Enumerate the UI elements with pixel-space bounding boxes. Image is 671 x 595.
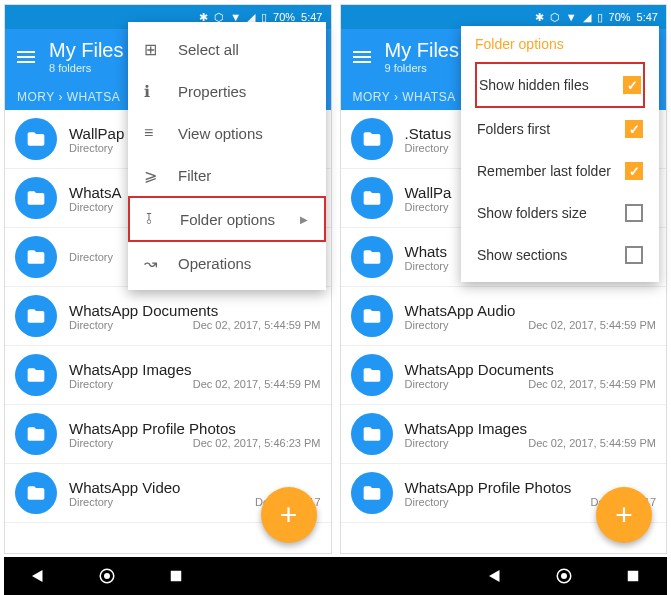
page-subtitle: 8 folders <box>49 62 123 74</box>
back-icon[interactable] <box>29 567 47 585</box>
checkbox-icon[interactable] <box>625 162 643 180</box>
clock-text: 5:47 <box>637 11 658 23</box>
menu-item-label: Select all <box>178 41 239 58</box>
page-title: My Files <box>385 39 459 62</box>
item-type: Directory <box>405 260 449 272</box>
android-navbar <box>4 557 667 595</box>
option-label: Show hidden files <box>479 77 589 93</box>
item-name: WhatsApp Images <box>405 420 657 437</box>
menu-item-label: Folder options <box>180 211 275 228</box>
menu-item-icon: ↝ <box>144 254 162 272</box>
menu-item-icon: ℹ <box>144 82 162 100</box>
recents-icon[interactable] <box>167 567 185 585</box>
item-type: Directory <box>405 378 449 390</box>
menu-item-label: View options <box>178 125 263 142</box>
checkbox-icon[interactable] <box>625 246 643 264</box>
folder-icon <box>15 118 57 160</box>
menu-item-label: Filter <box>178 167 211 184</box>
item-date: Dec 02, 2017, 5:44:59 PM <box>193 319 321 331</box>
folder-icon <box>351 236 393 278</box>
item-type: Directory <box>69 319 113 331</box>
page-subtitle: 9 folders <box>385 62 459 74</box>
menu-item-view-options[interactable]: ≡View options <box>128 112 326 154</box>
page-title: My Files <box>49 39 123 62</box>
item-type: Directory <box>405 319 449 331</box>
fab-add-button[interactable]: + <box>261 487 317 543</box>
option-show-folders-size[interactable]: Show folders size <box>475 192 645 234</box>
folder-options-popup: Folder options Show hidden filesFolders … <box>461 26 659 282</box>
fab-add-button[interactable]: + <box>596 487 652 543</box>
item-name: WhatsApp Documents <box>69 302 321 319</box>
item-type: Directory <box>405 437 449 449</box>
checkbox-icon[interactable] <box>625 120 643 138</box>
menu-item-operations[interactable]: ↝Operations <box>128 242 326 284</box>
item-date: Dec 02, 2017, 5:44:59 PM <box>528 319 656 331</box>
menu-item-icon: ≡ <box>144 124 162 142</box>
item-type: Directory <box>69 496 113 508</box>
menu-icon[interactable] <box>353 51 371 63</box>
option-label: Remember last folder <box>477 163 611 179</box>
folder-icon <box>351 177 393 219</box>
folder-icon <box>351 413 393 455</box>
item-name: WhatsApp Audio <box>405 302 657 319</box>
item-date: Dec 02, 2017, 5:46:23 PM <box>193 437 321 449</box>
menu-item-filter[interactable]: ⩾Filter <box>128 154 326 196</box>
checkbox-icon[interactable] <box>623 76 641 94</box>
menu-item-properties[interactable]: ℹProperties <box>128 70 326 112</box>
folder-icon <box>351 118 393 160</box>
svg-rect-5 <box>627 571 638 582</box>
menu-item-icon: ⩾ <box>144 166 162 184</box>
battery-text: 70% <box>609 11 631 23</box>
option-label: Show folders size <box>477 205 587 221</box>
option-folders-first[interactable]: Folders first <box>475 108 645 150</box>
option-show-hidden-files[interactable]: Show hidden files <box>475 62 645 108</box>
menu-item-folder-options[interactable]: ⫱Folder options▶ <box>128 196 326 242</box>
list-item[interactable]: WhatsApp Profile PhotosDirectoryDec 02, … <box>5 405 331 464</box>
folder-icon <box>15 295 57 337</box>
folder-icon <box>15 472 57 514</box>
recents-icon[interactable] <box>624 567 642 585</box>
option-label: Folders first <box>477 121 550 137</box>
item-type: Directory <box>405 142 449 154</box>
item-type: Directory <box>405 496 449 508</box>
item-type: Directory <box>69 378 113 390</box>
folder-icon <box>15 177 57 219</box>
vibrate-icon: ⬡ <box>550 11 560 24</box>
item-type: Directory <box>69 142 113 154</box>
svg-rect-2 <box>171 571 182 582</box>
context-menu: ⊞Select allℹProperties≡View options⩾Filt… <box>128 22 326 290</box>
list-item[interactable]: WhatsApp ImagesDirectoryDec 02, 2017, 5:… <box>5 346 331 405</box>
svg-point-1 <box>104 573 110 579</box>
option-label: Show sections <box>477 247 567 263</box>
item-name: WhatsApp Profile Photos <box>69 420 321 437</box>
item-name: WhatsApp Images <box>69 361 321 378</box>
item-type: Directory <box>69 437 113 449</box>
menu-item-select-all[interactable]: ⊞Select all <box>128 28 326 70</box>
item-type: Directory <box>69 251 113 263</box>
checkbox-icon[interactable] <box>625 204 643 222</box>
status-icons: ✱ ⬡ ▼ ◢ ▯ 70% 5:47 <box>535 11 658 24</box>
battery-icon: ▯ <box>597 11 603 24</box>
signal-icon: ◢ <box>583 11 591 24</box>
home-icon[interactable] <box>98 567 116 585</box>
option-remember-last-folder[interactable]: Remember last folder <box>475 150 645 192</box>
svg-point-4 <box>561 573 567 579</box>
folder-icon <box>15 236 57 278</box>
menu-item-icon: ⊞ <box>144 40 162 58</box>
option-show-sections[interactable]: Show sections <box>475 234 645 276</box>
folder-icon <box>15 413 57 455</box>
list-item[interactable]: WhatsApp AudioDirectoryDec 02, 2017, 5:4… <box>341 287 667 346</box>
list-item[interactable]: WhatsApp DocumentsDirectoryDec 02, 2017,… <box>5 287 331 346</box>
popup-title: Folder options <box>475 36 645 52</box>
list-item[interactable]: WhatsApp ImagesDirectoryDec 02, 2017, 5:… <box>341 405 667 464</box>
list-item[interactable]: WhatsApp DocumentsDirectoryDec 02, 2017,… <box>341 346 667 405</box>
bluetooth-icon: ✱ <box>535 11 544 24</box>
home-icon[interactable] <box>555 567 573 585</box>
wifi-icon: ▼ <box>566 11 577 23</box>
folder-icon <box>351 354 393 396</box>
menu-icon[interactable] <box>17 51 35 63</box>
back-icon[interactable] <box>486 567 504 585</box>
item-type: Directory <box>69 201 113 213</box>
chevron-right-icon: ▶ <box>300 214 308 225</box>
folder-icon <box>15 354 57 396</box>
